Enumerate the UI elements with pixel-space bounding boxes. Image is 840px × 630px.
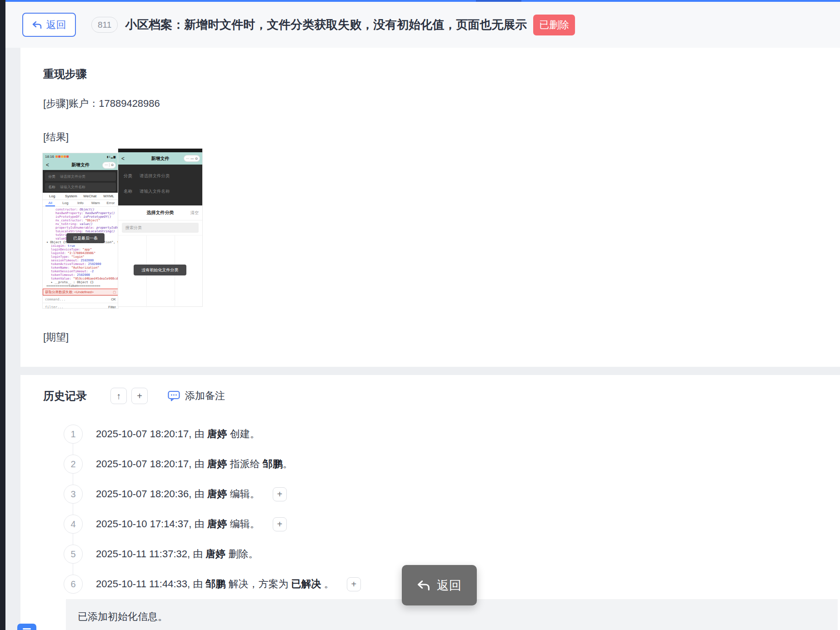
history-step-number: 4 — [64, 515, 83, 534]
back-arrow-icon — [32, 21, 42, 29]
up-arrow-icon: ↑ — [116, 391, 121, 401]
repro-expect-label: [期望] — [43, 330, 69, 344]
console-line: propertyIsEnumerable: propertyIsEnumer — [43, 226, 118, 230]
repro-result-label: [结果] — [43, 130, 69, 144]
plus-icon: + — [137, 391, 142, 401]
bug-id-badge: 811 — [91, 17, 118, 33]
console-token: 2592000 — [80, 259, 94, 262]
phone-nav-bar: < 新增文件 ⋯ — ⊙ — [118, 152, 202, 165]
dimmed-file-form: 分类请选择文件分类名称请输入文件名称 — [118, 165, 202, 205]
vconsole-filter-tab[interactable]: Error — [103, 200, 118, 206]
vconsole-filter-tab[interactable]: All — [43, 200, 58, 206]
feedback-widget-icon[interactable] — [17, 624, 36, 630]
console-token: 2592000 — [88, 262, 101, 266]
form-placeholder: 请输入文件名称 — [60, 185, 85, 190]
form-row: 分类请选择文件分类 — [118, 168, 202, 184]
add-note-label: 添加备注 — [185, 389, 225, 403]
console-line: isPrototypeOf: isPrototypeOf() — [43, 215, 118, 219]
history-step-number: 1 — [64, 425, 83, 444]
vconsole-filter-tab[interactable]: Warn — [88, 200, 103, 206]
form-placeholder: 请选择文件分类 — [140, 173, 170, 179]
back-button[interactable]: 返回 — [22, 13, 76, 37]
history-expand-button[interactable]: + — [347, 577, 361, 591]
actor-name: 邹鹏 — [205, 578, 225, 590]
deleted-status-badge: 已删除 — [533, 15, 575, 35]
console-token: loginType: — [51, 255, 71, 259]
console-token: isPrototypeOf: — [55, 215, 83, 219]
ok-button: OK — [111, 297, 118, 301]
history-text-segment: 2025-10-07 18:20:36, 由 — [96, 488, 207, 500]
reverse-order-button[interactable]: ↑ — [110, 388, 127, 404]
vconsole-filter-tab[interactable]: Log — [58, 200, 73, 206]
result-screenshot-left[interactable]: 18:16 ▮≡▂▆ < 新增文件 ⋯ ⊙ 分类请选择文件分类名称请输入文件名称… — [43, 153, 118, 308]
bug-header: 返回 811 小区档案：新增时文件时，文件分类获取失败，没有初始化值，页面也无展… — [5, 2, 840, 48]
result-screenshot-right[interactable]: < 新增文件 ⋯ — ⊙ 分类请选择文件分类名称请输入文件名称 选择文件分类 清… — [118, 149, 202, 306]
add-note-button[interactable]: 添加备注 — [168, 389, 225, 403]
history-text-segment: 。 — [283, 458, 293, 470]
history-text-segment: 2025-10-07 18:20:17, 由 — [96, 458, 207, 470]
floating-back-label: 返回 — [437, 577, 461, 594]
console-token: toLocaleString: — [55, 230, 85, 233]
filter-input: filter... — [45, 305, 64, 309]
sheet-clear-button: 清空 — [190, 210, 199, 216]
console-token: nv_toString: — [55, 222, 80, 226]
floating-back-button[interactable]: 返回 — [402, 565, 477, 605]
history-step-text: 2025-10-10 17:14:37, 由 唐婷 编辑。 — [96, 517, 260, 531]
history-item: 42025-10-10 17:14:37, 由 唐婷 编辑。+ — [20, 509, 840, 539]
form-placeholder: 请输入文件名称 — [140, 189, 170, 195]
wechat-capsule: ⋯ ⊙ — [102, 162, 116, 169]
category-search: 搜索分类 — [118, 220, 202, 235]
history-expand-button[interactable]: + — [273, 487, 287, 501]
console-token: propertyIsEnumer — [96, 226, 118, 230]
console-line: constructor: Object() — [43, 208, 118, 211]
actor-name: 唐婷 — [207, 488, 227, 500]
console-token: 2592000 — [77, 273, 90, 277]
vconsole-tab[interactable]: WeChat — [80, 194, 100, 198]
console-token: -2 — [90, 270, 94, 273]
no-category-toast: 没有初始化文件分类 — [134, 265, 186, 275]
back-arrow-icon — [417, 580, 430, 591]
status-notification-dots — [55, 155, 69, 158]
form-label: 分类 — [48, 174, 55, 179]
vconsole-tab[interactable]: Log — [43, 194, 62, 198]
history-text-segment: 2025-10-11 11:44:33, 由 — [96, 578, 205, 590]
filter-button: Filter — [108, 305, 118, 309]
history-step-text: 2025-10-07 18:20:17, 由 唐婷 指派给 邹鹏。 — [96, 457, 293, 471]
back-button-label: 返回 — [46, 18, 66, 32]
console-token: "Object" — [85, 219, 100, 222]
vconsole-tab[interactable]: WXML — [100, 194, 119, 198]
form-label: 名称 — [124, 189, 132, 195]
phone-nav-bar: < 新增文件 ⋯ ⊙ — [43, 160, 118, 170]
history-item: 32025-10-07 18:20:36, 由 唐婷 编辑。+ — [20, 479, 840, 509]
wechat-capsule: ⋯ — ⊙ — [184, 155, 200, 162]
expand-all-button[interactable]: + — [131, 388, 148, 404]
command-input: command... — [45, 297, 65, 301]
console-token: value() — [80, 222, 93, 226]
simulator-top-bar — [118, 149, 202, 152]
note-text: 已添加初始化信息。 — [78, 611, 168, 622]
console-token: isPrototypeOf() — [83, 215, 111, 219]
status-time: 18:16 — [45, 155, 54, 159]
last-item-toast: 已是最后一条 — [66, 233, 105, 243]
vconsole-command-row: command... OK — [43, 295, 118, 303]
form-placeholder: 请选择文件分类 — [60, 174, 85, 179]
history-text-segment: 解决，方案为 — [225, 578, 291, 590]
vconsole-tab[interactable]: System — [62, 194, 81, 198]
capsule-more-icon: ⋯ — [105, 163, 108, 167]
console-token: Object() — [80, 208, 95, 211]
history-step-number: 3 — [64, 485, 83, 504]
repro-section-title: 重现步骤 — [43, 67, 87, 81]
history-expand-button[interactable]: + — [273, 517, 287, 531]
history-step-number: 2 — [64, 455, 83, 474]
console-line: isLogin: true — [43, 244, 118, 248]
console-token: hasOwnProperty() — [85, 211, 115, 215]
history-text-segment: 。 — [321, 578, 334, 590]
console-line: tokenValue: "953ccd46aed45dea1e908cd99f5… — [43, 277, 118, 280]
app-left-edge — [0, 0, 5, 630]
actor-name: 唐婷 — [207, 428, 227, 440]
console-token: tokenValue: — [51, 277, 73, 280]
vconsole-filter-tab[interactable]: Info — [73, 200, 88, 206]
capsule-close-icon: ⊙ — [195, 157, 198, 160]
console-line: toLocaleString: toLocaleString() — [43, 230, 118, 233]
history-step-number: 6 — [64, 575, 83, 594]
